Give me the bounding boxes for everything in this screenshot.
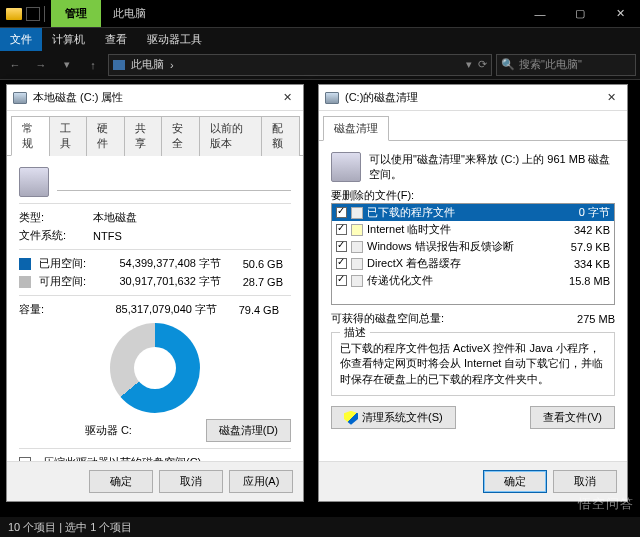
window-title: 此电脑 <box>101 0 520 27</box>
file-icon <box>351 258 363 270</box>
properties-tabs: 常规 工具 硬件 共享 安全 以前的版本 配额 <box>7 111 303 156</box>
type-label: 类型: <box>19 210 85 225</box>
description-title: 描述 <box>340 325 370 340</box>
menu-drive-tools[interactable]: 驱动器工具 <box>137 28 212 51</box>
menubar: 文件 计算机 查看 驱动器工具 <box>0 28 640 50</box>
free-label: 可用空间: <box>39 274 93 289</box>
cap-gb: 79.4 GB <box>225 304 279 316</box>
list-item[interactable]: 已下载的程序文件0 字节 <box>332 204 614 221</box>
menu-computer[interactable]: 计算机 <box>42 28 95 51</box>
type-value: 本地磁盘 <box>93 210 137 225</box>
filelist-header: 要删除的文件(F): <box>331 188 615 203</box>
nav-back-icon[interactable]: ← <box>4 54 26 76</box>
usage-donut-chart <box>110 323 200 413</box>
description-text: 已下载的程序文件包括 ActiveX 控件和 Java 小程序，你查看特定网页时… <box>340 341 606 387</box>
workspace: 本地磁盘 (C:) 属性 ✕ 常规 工具 硬件 共享 安全 以前的版本 配额 类… <box>0 80 640 517</box>
properties-body: 类型:本地磁盘 文件系统:NTFS 已用空间:54,399,377,408 字节… <box>7 156 303 461</box>
list-item[interactable]: 传递优化文件15.8 MB <box>332 272 614 289</box>
fs-value: NTFS <box>93 230 122 242</box>
tab-prev[interactable]: 以前的版本 <box>199 116 262 156</box>
free-swatch <box>19 276 31 288</box>
tab-cleanup[interactable]: 磁盘清理 <box>323 116 389 141</box>
checkbox[interactable] <box>336 207 347 218</box>
file-icon <box>351 275 363 287</box>
drive-large-icon <box>19 167 49 197</box>
maximize-button[interactable]: ▢ <box>560 0 600 27</box>
nav-forward-icon[interactable]: → <box>30 54 52 76</box>
cleanup-drive-icon <box>325 92 339 104</box>
cleanup-file-list[interactable]: 已下载的程序文件0 字节 Internet 临时文件342 KB Windows… <box>331 203 615 305</box>
view-files-button[interactable]: 查看文件(V) <box>530 406 615 429</box>
drive-label-input[interactable] <box>57 173 291 191</box>
search-input[interactable]: 🔍 搜索"此电脑" <box>496 54 636 76</box>
cleanup-intro: 可以使用"磁盘清理"来释放 (C:) 上的 961 MB 磁盘空间。 <box>369 152 615 182</box>
cancel-button[interactable]: 取消 <box>159 470 223 493</box>
tab-tools[interactable]: 工具 <box>49 116 88 156</box>
free-bytes: 30,917,701,632 字节 <box>101 274 221 289</box>
nav-toolbar: ← → ▾ ↑ 此电脑 › ▾ ⟳ 🔍 搜索"此电脑" <box>0 50 640 80</box>
cleanup-big-icon <box>331 152 361 182</box>
tab-general[interactable]: 常规 <box>11 116 50 156</box>
menu-view[interactable]: 查看 <box>95 28 137 51</box>
cleanup-titlebar[interactable]: (C:)的磁盘清理 ✕ <box>319 85 627 111</box>
used-bytes: 54,399,377,408 字节 <box>101 256 221 271</box>
apply-button[interactable]: 应用(A) <box>229 470 293 493</box>
tab-sharing[interactable]: 共享 <box>124 116 163 156</box>
fs-label: 文件系统: <box>19 228 85 243</box>
dropdown-icon[interactable]: ▾ <box>466 58 472 71</box>
file-icon <box>351 207 363 219</box>
checkbox[interactable] <box>336 275 347 286</box>
ok-button[interactable]: 确定 <box>89 470 153 493</box>
drive-caption: 驱动器 C: <box>85 423 132 438</box>
tab-security[interactable]: 安全 <box>161 116 200 156</box>
used-label: 已用空间: <box>39 256 93 271</box>
search-icon: 🔍 <box>501 58 515 71</box>
window-titlebar: 管理 此电脑 — ▢ ✕ <box>0 0 640 28</box>
lock-icon <box>351 224 363 236</box>
list-item[interactable]: DirectX 着色器缓存334 KB <box>332 255 614 272</box>
total-value: 275 MB <box>577 313 615 325</box>
properties-footer: 确定 取消 应用(A) <box>7 461 303 501</box>
titlebar-icons <box>0 0 51 27</box>
folder-icon <box>6 8 22 20</box>
nav-up-icon[interactable]: ↑ <box>82 54 104 76</box>
cleanup-dialog: (C:)的磁盘清理 ✕ 磁盘清理 可以使用"磁盘清理"来释放 (C:) 上的 9… <box>318 84 628 502</box>
cleanup-body: 可以使用"磁盘清理"来释放 (C:) 上的 961 MB 磁盘空间。 要删除的文… <box>319 141 627 461</box>
search-placeholder: 搜索"此电脑" <box>519 57 582 72</box>
cap-bytes: 85,317,079,040 字节 <box>97 302 217 317</box>
nav-history-icon[interactable]: ▾ <box>56 54 78 76</box>
watermark: 悟空问答 <box>578 495 634 513</box>
checkbox[interactable] <box>336 241 347 252</box>
drive-icon <box>13 92 27 104</box>
used-swatch <box>19 258 31 270</box>
list-item[interactable]: Internet 临时文件342 KB <box>332 221 614 238</box>
tab-hardware[interactable]: 硬件 <box>86 116 125 156</box>
close-button[interactable]: ✕ <box>600 0 640 27</box>
checkbox[interactable] <box>336 258 347 269</box>
close-icon[interactable]: ✕ <box>277 88 297 108</box>
list-item[interactable]: Windows 错误报告和反馈诊断57.9 KB <box>332 238 614 255</box>
properties-titlebar[interactable]: 本地磁盘 (C:) 属性 ✕ <box>7 85 303 111</box>
address-bar[interactable]: 此电脑 › ▾ ⟳ <box>108 54 492 76</box>
file-icon <box>351 241 363 253</box>
checkbox[interactable] <box>336 224 347 235</box>
refresh-icon[interactable]: ⟳ <box>478 58 487 71</box>
ribbon-tab-manage[interactable]: 管理 <box>51 0 101 27</box>
cleanup-title: (C:)的磁盘清理 <box>345 90 418 105</box>
properties-title: 本地磁盘 (C:) 属性 <box>33 90 123 105</box>
ok-button[interactable]: 确定 <box>483 470 547 493</box>
tab-quota[interactable]: 配额 <box>261 116 300 156</box>
total-label: 可获得的磁盘空间总量: <box>331 311 444 326</box>
used-gb: 50.6 GB <box>229 258 283 270</box>
cancel-button[interactable]: 取消 <box>553 470 617 493</box>
description-group: 描述 已下载的程序文件包括 ActiveX 控件和 Java 小程序，你查看特定… <box>331 332 615 396</box>
path-crumb[interactable]: 此电脑 <box>131 57 164 72</box>
menu-file[interactable]: 文件 <box>0 28 42 51</box>
close-icon[interactable]: ✕ <box>601 88 621 108</box>
minimize-button[interactable]: — <box>520 0 560 27</box>
disk-cleanup-button[interactable]: 磁盘清理(D) <box>206 419 291 442</box>
properties-dialog: 本地磁盘 (C:) 属性 ✕ 常规 工具 硬件 共享 安全 以前的版本 配额 类… <box>6 84 304 502</box>
cleanup-tabs: 磁盘清理 <box>319 111 627 141</box>
clean-system-files-button[interactable]: 清理系统文件(S) <box>331 406 456 429</box>
free-gb: 28.7 GB <box>229 276 283 288</box>
